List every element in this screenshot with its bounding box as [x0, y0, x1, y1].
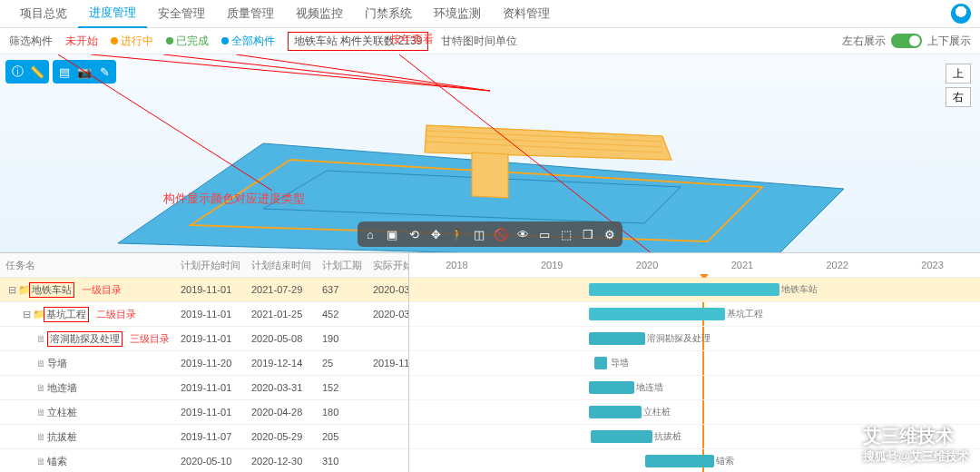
nav-item[interactable]: 资料管理 — [492, 0, 561, 27]
gantt-bar[interactable] — [594, 357, 607, 369]
nav-item[interactable]: 质量管理 — [216, 0, 285, 27]
layout-lr-label: 左右展示 — [842, 34, 886, 49]
gantt-row: 基坑工程 — [409, 302, 980, 327]
gantt-bar[interactable] — [589, 332, 645, 345]
show-icon[interactable]: 👁 — [512, 223, 534, 245]
gantt-chart[interactable]: 201820192020 202120222023 地铁车站基坑工程溶洞勘探及处… — [409, 253, 980, 472]
viewer-toolbar-bottom: ⌂ ▣ ⟲ ✥ 🚶 ◫ 🚫 👁 ▭ ⬚ ❒ ⚙ — [358, 221, 622, 247]
gantt-header: 201820192020 202120222023 — [409, 253, 980, 278]
gantt-row: 地连墙 — [409, 376, 980, 400]
file-icon: 🗎 — [36, 382, 45, 393]
gantt-bar[interactable] — [589, 283, 779, 296]
gantt-unit-label: 甘特图时间单位 — [441, 34, 517, 49]
nav-item[interactable]: 环境监测 — [423, 0, 492, 27]
folder-icon: 📁 — [33, 309, 42, 320]
gantt-row: 立柱桩 — [409, 400, 980, 425]
gantt-bar-label: 锚索 — [716, 455, 734, 467]
table-row[interactable]: ⊟📁地铁车站一级目录2019-11-012021-07-296372020-03… — [0, 278, 409, 302]
home-icon[interactable]: ⌂ — [359, 223, 381, 245]
table-row[interactable]: 🗎溶洞勘探及处理三级目录2019-11-012020-05-08190＋ — [0, 327, 409, 351]
gantt-bar-label: 抗拔桩 — [654, 430, 681, 443]
box-icon[interactable]: ❒ — [577, 223, 599, 245]
file-icon: 🗎 — [36, 358, 45, 369]
file-icon: 🗎 — [36, 333, 45, 344]
orbit-icon[interactable]: ⟲ — [403, 223, 425, 245]
collapse-icon[interactable]: ⊟ — [7, 284, 16, 296]
top-nav: 项目总览 进度管理 安全管理 质量管理 视频监控 门禁系统 环境监测 资料管理 — [0, 0, 980, 28]
gantt-bar-label: 导墙 — [611, 357, 629, 369]
task-grid[interactable]: 任务名 计划开始时间计划结束时间 计划工期实际开始时间 实际结束时间实际工期 ＋… — [0, 253, 409, 472]
settings-icon[interactable]: ⚙ — [599, 223, 621, 245]
svg-line-9 — [58, 54, 272, 191]
view-by-year-label: 按年查看 — [390, 32, 434, 47]
gantt-bar-label: 立柱桩 — [643, 406, 671, 418]
file-icon: 🗎 — [36, 407, 45, 418]
svg-line-10 — [91, 54, 490, 91]
gantt-bar-label: 地铁车站 — [781, 283, 818, 296]
nav-item[interactable]: 项目总览 — [9, 0, 78, 27]
nav-item[interactable]: 门禁系统 — [354, 0, 423, 27]
file-icon: 🗎 — [36, 431, 45, 442]
status-color-note: 构件显示颜色对应进度类型 — [163, 191, 305, 207]
gantt-row: 溶洞勘探及处理 — [409, 327, 980, 351]
walk-icon[interactable]: 🚶 — [446, 223, 468, 245]
avatar-icon[interactable] — [951, 4, 971, 24]
gantt-bar[interactable] — [589, 308, 725, 320]
status-all[interactable]: 全部构件 — [221, 34, 275, 49]
table-row[interactable]: 🗎导墙2019-11-202019-12-14252019-11-24＋ — [0, 351, 409, 376]
status-not-started[interactable]: 未开始 — [65, 34, 98, 49]
collapse-icon[interactable]: ⊟ — [22, 309, 31, 320]
filter-bar: 筛选构件 未开始 进行中 已完成 全部构件 地铁车站 构件关联数:2139 甘特… — [0, 28, 980, 54]
table-row[interactable]: 🗎立柱桩2019-11-012020-04-28180＋ — [0, 400, 409, 425]
select-icon[interactable]: ▭ — [534, 223, 555, 245]
section-icon[interactable]: ◫ — [468, 223, 490, 245]
folder-icon: 📁 — [18, 284, 27, 296]
model-viewer[interactable]: ⓘ 📏 ▤ 📷 ✎ 上 右 构件显示颜色对应进度类型 — [0, 54, 980, 252]
gantt-bar-label: 溶洞勘探及处理 — [647, 332, 710, 345]
gantt-row: 抗拔桩 — [409, 425, 980, 449]
svg-line-11 — [163, 54, 490, 91]
svg-line-12 — [236, 54, 490, 91]
gantt-bar[interactable] — [645, 455, 714, 467]
nav-item[interactable]: 安全管理 — [147, 0, 216, 27]
fit-icon[interactable]: ▣ — [381, 223, 403, 245]
gantt-bar[interactable] — [589, 381, 634, 394]
status-in-progress[interactable]: 进行中 — [111, 34, 153, 49]
gantt-bar-label: 基坑工程 — [727, 308, 763, 320]
file-icon: 🗎 — [36, 456, 45, 467]
cube-icon[interactable]: ⬚ — [555, 223, 577, 245]
gantt-row: 导墙 — [409, 351, 980, 376]
gantt-row: 锚索 — [409, 449, 980, 472]
table-row[interactable]: 🗎抗拔桩2019-11-072020-05-29205＋ — [0, 425, 409, 449]
status-done[interactable]: 已完成 — [166, 34, 209, 49]
pan-icon[interactable]: ✥ — [425, 223, 446, 245]
layout-ud-label: 上下展示 — [927, 34, 971, 49]
table-header-row: 任务名 计划开始时间计划结束时间 计划工期实际开始时间 实际结束时间实际工期 ＋ — [0, 253, 409, 278]
gantt-bar-label: 地连墙 — [636, 381, 663, 394]
hide-icon[interactable]: 🚫 — [490, 223, 512, 245]
table-row[interactable]: ⊟📁基坑工程二级目录2019-11-012021-01-254522020-03… — [0, 302, 409, 327]
filter-label: 筛选构件 — [9, 34, 53, 49]
gantt-bar[interactable] — [589, 406, 642, 418]
table-row[interactable]: 🗎地连墙2019-11-012020-03-31152＋ — [0, 376, 409, 400]
table-row[interactable]: 🗎锚索2020-05-102020-12-30310＋ — [0, 449, 409, 473]
nav-item[interactable]: 进度管理 — [78, 0, 147, 28]
layout-switch[interactable] — [891, 34, 922, 48]
nav-item[interactable]: 视频监控 — [285, 0, 354, 27]
gantt-row: 地铁车站 — [409, 278, 980, 302]
gantt-bar[interactable] — [591, 430, 652, 443]
